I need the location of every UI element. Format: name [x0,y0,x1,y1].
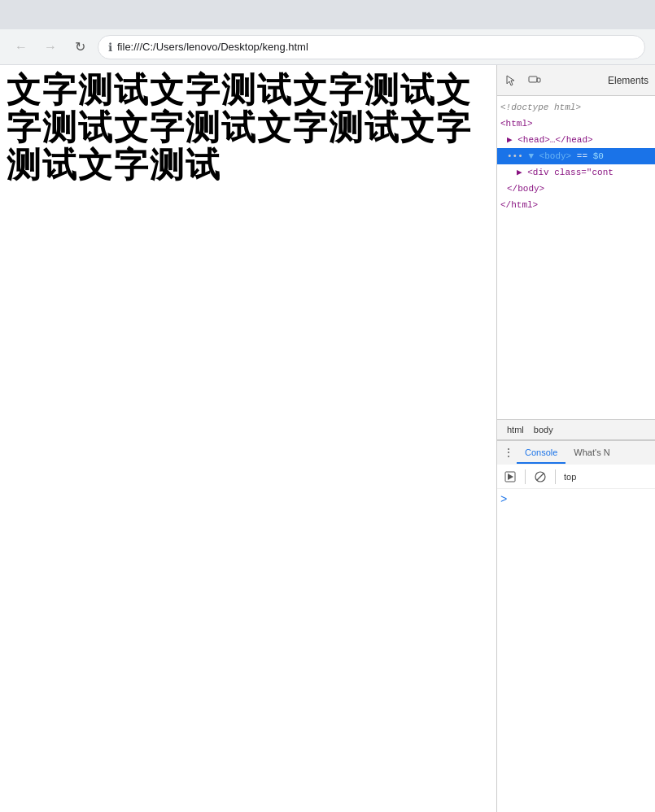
address-text: file:///C:/Users/lenovo/Desktop/keng.htm… [117,41,308,53]
toolbar-separator [525,469,526,484]
browser-chrome: ← → ↻ ℹ file:///C:/Users/lenovo/Desktop/… [0,0,655,65]
console-tabs: ⋮ Console What's N [497,440,655,465]
forward-button[interactable]: → [39,36,62,59]
tab-console[interactable]: Console [517,443,565,464]
tree-body-close[interactable]: </body> [497,181,655,197]
address-bar[interactable]: ℹ file:///C:/Users/lenovo/Desktop/keng.h… [98,35,645,59]
tab-whats-new[interactable]: What's N [565,443,618,464]
svg-line-5 [537,474,544,480]
tree-div-line[interactable]: ▶ <div class="cont [497,164,655,181]
elements-tree: <!doctype html> <html> ▶ <head>…</head> … [497,96,655,419]
devtools-toolbar: Elements [497,65,655,96]
clear-console-button[interactable] [531,467,550,487]
tab-bar [0,0,655,29]
devtools-panel-title: Elements [608,75,648,86]
nav-bar: ← → ↻ ℹ file:///C:/Users/lenovo/Desktop/… [0,29,655,65]
info-icon: ℹ [108,41,112,54]
svg-rect-0 [529,76,537,82]
toolbar-separator-2 [555,469,556,484]
tree-doctype[interactable]: <!doctype html> [497,99,655,116]
reload-button[interactable]: ↻ [68,36,91,59]
tree-body-selected[interactable]: ••• ▼ <body> == $0 [497,148,655,164]
breadcrumb-body[interactable]: body [531,423,557,436]
console-toolbar: top [497,465,655,489]
run-script-button[interactable] [500,467,520,487]
device-toggle-icon[interactable] [526,72,543,89]
svg-marker-3 [508,474,513,480]
page-content: 文字测试文字测试文字测试文字测试文字测试文字测试文字测试文字测试 [0,65,496,812]
page-heading: 文字测试文字测试文字测试文字测试文字测试文字测试文字测试文字测试 [7,72,490,185]
console-input-area: > [497,489,655,812]
console-menu-icon[interactable]: ⋮ [500,445,517,461]
svg-rect-1 [537,78,540,82]
tree-html-close[interactable]: </html> [497,197,655,213]
back-button[interactable]: ← [10,36,33,59]
breadcrumb-bar: html body [497,419,655,440]
tree-head-collapsed[interactable]: ▶ <head>…</head> [497,132,655,148]
console-prompt[interactable]: > [500,492,507,506]
frame-selector[interactable]: top [561,470,579,483]
breadcrumb-html[interactable]: html [504,423,527,436]
inspect-icon[interactable] [504,72,520,89]
devtools-panel: Elements <!doctype html> <html> ▶ <head>… [496,65,655,812]
tree-html-open[interactable]: <html> [497,116,655,132]
main-area: 文字测试文字测试文字测试文字测试文字测试文字测试文字测试文字测试 Element… [0,65,655,812]
